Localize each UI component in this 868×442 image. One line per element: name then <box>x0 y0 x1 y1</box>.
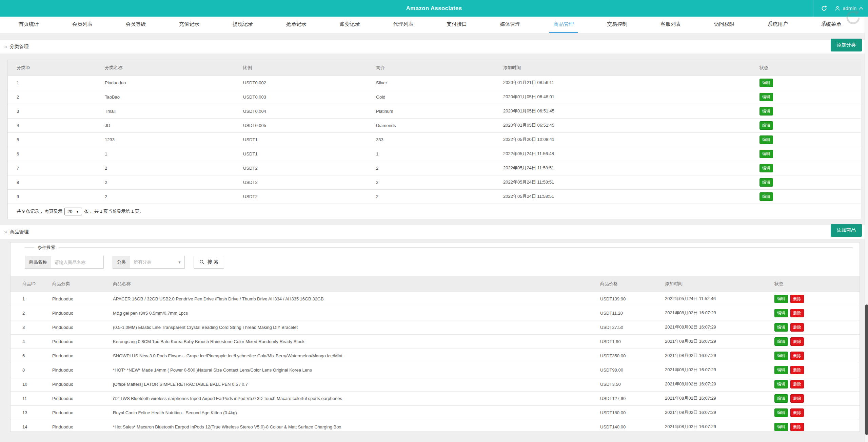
delete-button[interactable]: 删除 <box>790 323 804 332</box>
edit-button[interactable]: 编辑 <box>774 309 788 317</box>
nav-tab-商品管理[interactable]: 商品管理 <box>549 17 578 33</box>
search-button[interactable]: 搜 索 <box>194 256 224 269</box>
table-cell: 4 <box>11 334 52 349</box>
scrollbar-thumb[interactable] <box>865 304 868 435</box>
edit-button[interactable]: 编辑 <box>774 295 788 303</box>
nav-tab-交易控制[interactable]: 交易控制 <box>603 17 631 33</box>
nav-tab-支付接口[interactable]: 支付接口 <box>442 17 471 33</box>
delete-button[interactable]: 删除 <box>790 309 804 317</box>
delete-button[interactable]: 删除 <box>790 394 804 403</box>
table-cell: JD <box>105 118 243 132</box>
nav-tab-系统用户[interactable]: 系统用户 <box>763 17 792 33</box>
edit-button[interactable]: 编辑 <box>774 423 788 431</box>
table-cell: USDT3.50 <box>600 377 665 391</box>
table-row: 82USDT222022年05月24日 11:58:51编辑 <box>8 175 861 189</box>
column-header: 添加时间 <box>503 60 760 76</box>
table-cell: 1 <box>376 147 503 161</box>
nav-tab-提现记录[interactable]: 提现记录 <box>229 17 257 33</box>
table-cell: 2 <box>376 189 503 204</box>
edit-button[interactable]: 编辑 <box>774 380 788 388</box>
edit-button[interactable]: 编辑 <box>760 107 773 115</box>
breadcrumb-icon: » <box>4 43 7 50</box>
table-cell: 2022年05月24日 11:52:46 <box>665 292 774 306</box>
table-cell: 6 <box>8 147 105 161</box>
edit-button[interactable]: 编辑 <box>760 164 773 172</box>
delete-button[interactable]: 删除 <box>790 295 804 303</box>
table-cell: SNOWPLUS New 3.0 Pods Flavors - Grape Ic… <box>113 349 600 363</box>
delete-button[interactable]: 删除 <box>790 423 804 431</box>
nav-tab-系统菜单[interactable]: 系统菜单 <box>817 17 845 33</box>
table-cell: 2 <box>105 175 243 189</box>
delete-button[interactable]: 删除 <box>790 366 804 374</box>
refresh-icon[interactable] <box>821 5 827 12</box>
nav-tab-账变记录[interactable]: 账变记录 <box>335 17 364 33</box>
nav-tab-会员列表[interactable]: 会员列表 <box>68 17 97 33</box>
edit-button[interactable]: 编辑 <box>774 408 788 417</box>
table-cell: 2022年05月24日 11:56:48 <box>503 147 760 161</box>
status-cell: 编辑删除 <box>774 363 860 377</box>
table-row: 8Pinduoduo*HOT* *NEW* Made 14mm ( Power … <box>11 363 860 377</box>
table-row: 92USDT222022年05月24日 11:58:51编辑 <box>8 189 861 204</box>
nav-tab-客服列表[interactable]: 客服列表 <box>656 17 685 33</box>
nav-tab-首页统计[interactable]: 首页统计 <box>15 17 43 33</box>
table-row: 13PinduoduoRoyal Canin Feline Health Nut… <box>11 405 860 420</box>
chevron-down-icon: ▼ <box>178 260 181 264</box>
table-cell: USDT350.00 <box>600 349 665 363</box>
edit-button[interactable]: 编辑 <box>760 79 773 87</box>
pagination: 共 9 条记录， 每页显示 20 ▼ 条， 共 1 页当前显示第 1 页。 <box>8 204 861 219</box>
table-cell: USDT98.00 <box>600 363 665 377</box>
nav-tab-代理列表[interactable]: 代理列表 <box>389 17 417 33</box>
nav-tab-抢单记录[interactable]: 抢单记录 <box>282 17 311 33</box>
category-select[interactable]: 所有分类 ▼ <box>130 256 185 269</box>
column-header: 简介 <box>376 60 503 76</box>
edit-button[interactable]: 编辑 <box>774 323 788 332</box>
table-row: 61USDT112022年05月24日 11:56:48编辑 <box>8 147 861 161</box>
table-cell: Tmall <box>105 104 243 118</box>
edit-button[interactable]: 编辑 <box>774 337 788 346</box>
column-header: 商品价格 <box>600 276 665 292</box>
nav-tab-充值记录[interactable]: 充值记录 <box>175 17 203 33</box>
table-row: 2PinduoduoM&g gel pen r3/r5 0.5mm/0.7mm … <box>11 306 860 320</box>
chevron-down-icon: ▼ <box>76 210 79 213</box>
product-name-input[interactable] <box>51 256 104 269</box>
column-header: 商品ID <box>11 276 52 292</box>
nav-tab-访问权限[interactable]: 访问权限 <box>710 17 738 33</box>
table-cell: Pinduoduo <box>52 334 113 349</box>
table-cell: Pinduoduo <box>52 420 113 432</box>
table-cell: 14 <box>11 420 52 432</box>
column-header: 分类ID <box>8 60 105 76</box>
table-cell: Royal Canin Feline Health Nutrition - Se… <box>113 405 600 420</box>
nav-tab-会员等级[interactable]: 会员等级 <box>121 17 150 33</box>
status-cell: 编辑 <box>760 118 861 132</box>
edit-button[interactable]: 编辑 <box>774 352 788 360</box>
add-product-button[interactable]: 添加商品 <box>831 224 862 237</box>
table-cell: 4 <box>8 118 105 132</box>
edit-button[interactable]: 编辑 <box>760 135 773 144</box>
table-cell: 2 <box>376 161 503 175</box>
edit-button[interactable]: 编辑 <box>760 150 773 158</box>
table-cell: 7 <box>8 161 105 175</box>
edit-button[interactable]: 编辑 <box>760 192 773 201</box>
delete-button[interactable]: 删除 <box>790 380 804 388</box>
delete-button[interactable]: 删除 <box>790 352 804 360</box>
table-cell: USDT27.50 <box>600 320 665 334</box>
page-size-select[interactable]: 20 ▼ <box>64 208 82 215</box>
column-header: 商品分类 <box>52 276 113 292</box>
status-cell: 编辑删除 <box>774 334 860 349</box>
nav-tab-媒体管理[interactable]: 媒体管理 <box>496 17 525 33</box>
delete-button[interactable]: 删除 <box>790 337 804 346</box>
edit-button[interactable]: 编辑 <box>760 121 773 130</box>
table-cell: Gold <box>376 90 503 104</box>
table-row: 51233USDT13332022年05月20日 10:08:41编辑 <box>8 132 861 147</box>
table-cell: 2 <box>11 306 52 320</box>
edit-button[interactable]: 编辑 <box>774 366 788 374</box>
add-category-button[interactable]: 添加分类 <box>831 39 862 51</box>
table-cell: 2021年08月02日 16:07:29 <box>665 405 774 420</box>
edit-button[interactable]: 编辑 <box>774 394 788 403</box>
delete-button[interactable]: 删除 <box>790 408 804 417</box>
table-cell: Pinduoduo <box>52 320 113 334</box>
table-cell: 2020年01月05日 06:51:45 <box>503 104 760 118</box>
pagination-text: 条， 共 1 页当前显示第 1 页。 <box>84 208 144 214</box>
edit-button[interactable]: 编辑 <box>760 178 773 187</box>
edit-button[interactable]: 编辑 <box>760 93 773 101</box>
